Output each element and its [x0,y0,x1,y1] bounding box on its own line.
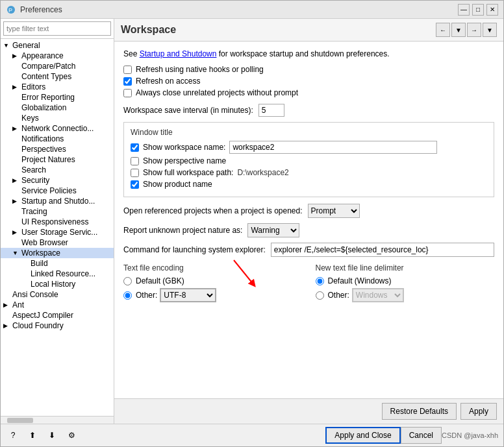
sidebar-item-workspace[interactable]: ▼Workspace [1,248,114,258]
workspace-name-input[interactable] [229,141,437,154]
line-delimiter-group: New text file line delimiter Default (Wi… [316,263,495,305]
sidebar-item-notifications[interactable]: Notifications [1,134,114,144]
main-panel: Workspace ← ▼ → ▼ See Startup and Shutdo… [114,19,503,424]
sidebar-item-build[interactable]: Build [1,258,114,269]
encoding-default-row: Default (GBK) [123,276,303,285]
apply-and-close-button[interactable]: Apply and Close [325,427,400,444]
tree: ▼General ▶Appearance Compare/Patch Conte… [1,39,114,416]
sidebar-item-perspectives[interactable]: Perspectives [1,144,114,154]
refresh-native-checkbox[interactable] [123,66,132,74]
cancel-button[interactable]: Cancel [401,427,442,444]
preferences-window: P Preferences — □ ✕ ▼General ▶Appearance… [0,0,504,447]
page-title: Workspace [121,24,436,36]
sidebar-item-keys[interactable]: Keys [1,113,114,123]
command-input[interactable] [271,243,494,257]
sidebar-item-ant[interactable]: ▶Ant [1,300,114,310]
sidebar-item-aspectj[interactable]: AspectJ Compiler [1,310,114,320]
sidebar-horizontal-scrollbar[interactable] [1,416,114,424]
show-full-path-label: Show full workspace path: [143,168,233,177]
annotation-arrow [227,257,266,289]
encoding-default-radio[interactable] [123,277,132,285]
maximize-button[interactable]: □ [472,4,484,16]
encoding-delimiter-section: Text file encoding Default (GBK) Other: … [123,263,494,305]
back-dropdown[interactable]: ▼ [451,23,466,37]
show-product-checkbox[interactable] [131,180,139,189]
preferences-icon: P [6,5,16,15]
window-title-label: Window title [131,128,487,137]
svg-text:P: P [8,7,12,14]
delimiter-select[interactable]: Windows Unix Mac [352,288,404,302]
window-controls: — □ ✕ [458,4,498,16]
apply-button[interactable]: Apply [460,403,497,420]
bottom-bar: Restore Defaults Apply [114,398,503,424]
encoding-select[interactable]: UTF-8 UTF-16 ISO-8859-1 GBK [160,288,216,302]
sidebar-item-project-natures[interactable]: Project Natures [1,154,114,165]
watermark: CSDN @java-xhh [442,431,498,439]
show-workspace-name-row: Show workspace name: [131,141,487,154]
unknown-nature-row: Report unknown project nature as: Warnin… [123,223,494,237]
delimiter-default-radio[interactable] [316,277,324,285]
restore-defaults-button[interactable]: Restore Defaults [382,403,457,420]
sidebar-item-compare-patch[interactable]: Compare/Patch [1,61,114,71]
sidebar-item-tracing[interactable]: Tracing [1,206,114,217]
save-interval-input[interactable] [258,104,284,117]
settings-icon[interactable]: ⚙ [64,428,79,442]
encoding-other-row: Other: UTF-8 UTF-16 ISO-8859-1 GBK [123,288,303,302]
refresh-native-row: Refresh using native hooks or polling [123,65,494,74]
minimize-button[interactable]: — [458,4,470,16]
sidebar-item-security[interactable]: ▶Security [1,175,114,186]
encoding-other-radio[interactable] [123,291,132,300]
main-content: See Startup and Shutdown for workspace s… [114,42,503,398]
show-full-path-checkbox[interactable] [131,169,139,177]
sidebar-item-cloud-foundry[interactable]: ▶Cloud Foundry [1,320,114,331]
sidebar-item-local-history[interactable]: Local History [1,279,114,289]
sidebar-item-linked-resources[interactable]: Linked Resource... [1,269,114,279]
show-perspective-row: Show perspective name [131,156,487,165]
sidebar-item-web-browser[interactable]: Web Browser [1,237,114,248]
svg-line-2 [234,260,253,284]
sidebar-item-search[interactable]: Search [1,165,114,175]
always-close-label: Always close unrelated projects without … [136,88,298,97]
sidebar-item-appearance[interactable]: ▶Appearance [1,51,114,61]
close-button[interactable]: ✕ [486,4,498,16]
sidebar-item-ansi-console[interactable]: Ansi Console [1,289,114,300]
forward-button[interactable]: → [467,23,481,37]
search-input[interactable] [3,21,111,36]
open-projects-select[interactable]: Prompt Always Never [308,204,360,218]
sidebar-item-general[interactable]: ▼General [1,40,114,51]
encoding-default-label: Default (GBK) [136,276,184,285]
footer-icons: ? ⬆ ⬇ ⚙ [6,428,79,442]
main-header: Workspace ← ▼ → ▼ [114,19,503,42]
unknown-nature-select[interactable]: Warning Error Ignore [247,223,299,237]
delimiter-default-label: Default (Windows) [328,276,392,285]
save-interval-row: Workspace save interval (in minutes): [123,104,494,117]
show-perspective-checkbox[interactable] [131,157,139,165]
sidebar-item-globalization[interactable]: Globalization [1,103,114,113]
text-encoding-group: Text file encoding Default (GBK) Other: … [123,263,303,305]
export-icon[interactable]: ⬆ [25,428,40,442]
show-product-label: Show product name [143,180,212,189]
show-workspace-name-checkbox[interactable] [131,143,139,152]
delimiter-other-label: Other: [328,291,349,300]
forward-dropdown[interactable]: ▼ [483,23,497,37]
refresh-access-checkbox[interactable] [123,77,132,86]
import-icon[interactable]: ⬇ [45,428,59,442]
window-title: Preferences [20,5,458,14]
help-icon[interactable]: ? [6,428,20,442]
sidebar-item-startup[interactable]: ▶Startup and Shutdo... [1,196,114,206]
always-close-checkbox[interactable] [123,89,132,97]
show-workspace-name-label: Show workspace name: [143,143,225,152]
sidebar-item-user-storage[interactable]: ▶User Storage Servic... [1,227,114,237]
sidebar-item-ui-responsiveness[interactable]: UI Responsiveness [1,217,114,227]
sidebar-item-network[interactable]: ▶Network Connectio... [1,123,114,134]
sidebar-item-error-reporting[interactable]: Error Reporting [1,92,114,103]
open-projects-label: Open referenced projects when a project … [123,206,303,215]
command-row: Command for launching system explorer: [123,243,494,257]
delimiter-other-radio[interactable] [316,291,324,300]
sidebar-item-content-types[interactable]: Content Types [1,71,114,82]
refresh-access-label: Refresh on access [136,77,200,86]
back-button[interactable]: ← [436,23,450,37]
sidebar-item-editors[interactable]: ▶Editors [1,82,114,92]
sidebar-item-service-policies[interactable]: Service Policies [1,186,114,196]
startup-link[interactable]: Startup and Shutdown [140,49,217,58]
